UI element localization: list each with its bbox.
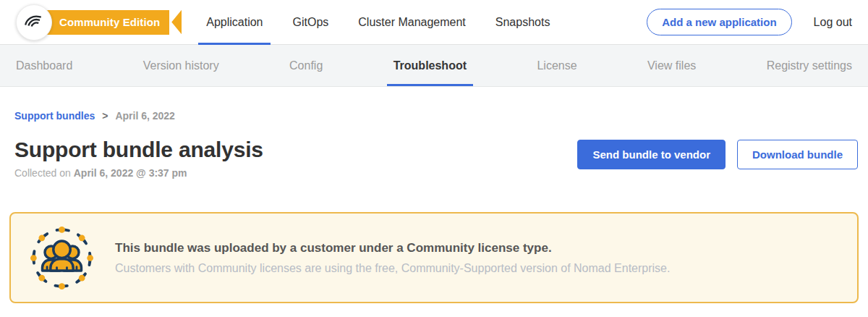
collected-on-line: Collected on April 6, 2022 @ 3:37 pm: [14, 167, 263, 179]
sub-nav-item-dashboard[interactable]: Dashboard: [16, 45, 72, 86]
send-bundle-to-vendor-button[interactable]: Send bundle to vendor: [577, 140, 726, 169]
replicated-logo[interactable]: [16, 4, 52, 41]
top-nav-item-snapshots[interactable]: Snapshots: [495, 0, 550, 45]
community-edition-badge: Community Edition: [42, 10, 182, 35]
app-sub-navigation-bar: Dashboard Version history Config Trouble…: [0, 45, 868, 87]
alert-description: Customers with Community licenses are us…: [115, 262, 670, 275]
collected-on-prefix: Collected on: [14, 167, 71, 179]
community-license-alert: This bundle was uploaded by a customer u…: [9, 212, 859, 303]
bundle-actions: Send bundle to vendor Download bundle: [577, 140, 858, 169]
page-title: Support bundle analysis: [14, 138, 263, 162]
add-new-application-button[interactable]: Add a new application: [647, 9, 791, 35]
sub-nav-item-view-files[interactable]: View files: [647, 45, 696, 86]
replicated-signal-icon: [22, 9, 46, 36]
top-nav-items: Application GitOps Cluster Management Sn…: [206, 0, 550, 45]
badge-ribbon-tail-icon: [171, 10, 182, 35]
title-row: Support bundle analysis Collected on Apr…: [14, 138, 854, 179]
top-nav-right: Add a new application Log out: [647, 9, 852, 35]
log-out-link[interactable]: Log out: [814, 16, 852, 29]
community-edition-badge-label: Community Edition: [42, 10, 169, 35]
brand: Community Edition: [16, 4, 182, 41]
sub-nav-item-version-history[interactable]: Version history: [143, 45, 219, 86]
title-block: Support bundle analysis Collected on Apr…: [14, 138, 263, 179]
sub-nav-item-config[interactable]: Config: [289, 45, 323, 86]
sub-nav-item-registry-settings[interactable]: Registry settings: [767, 45, 852, 86]
breadcrumb-current: April 6, 2022: [115, 110, 175, 122]
sub-nav-item-troubleshoot[interactable]: Troubleshoot: [393, 45, 467, 86]
sub-nav-item-license[interactable]: License: [537, 45, 576, 86]
breadcrumb: Support bundles > April 6, 2022: [14, 110, 854, 122]
top-nav-item-application[interactable]: Application: [206, 0, 263, 45]
alert-title: This bundle was uploaded by a customer u…: [115, 241, 670, 255]
top-nav-item-cluster-management[interactable]: Cluster Management: [358, 0, 466, 45]
main-content: Support bundles > April 6, 2022 Support …: [0, 110, 868, 303]
top-navigation-bar: Community Edition Application GitOps Clu…: [0, 0, 868, 45]
breadcrumb-support-bundles-link[interactable]: Support bundles: [14, 110, 95, 122]
top-nav-item-gitops[interactable]: GitOps: [292, 0, 328, 45]
alert-text: This bundle was uploaded by a customer u…: [115, 241, 670, 275]
breadcrumb-separator: >: [102, 110, 108, 122]
collected-on-value: April 6, 2022 @ 3:37 pm: [74, 167, 187, 179]
download-bundle-button[interactable]: Download bundle: [737, 140, 858, 169]
community-people-icon: [30, 227, 93, 289]
